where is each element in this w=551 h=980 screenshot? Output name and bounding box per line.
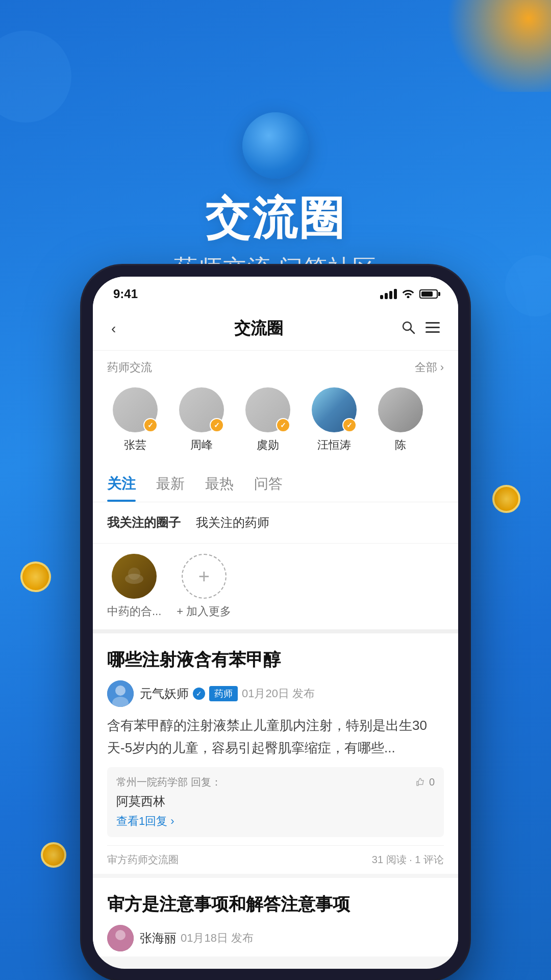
verified-icon-1: ✓	[193, 688, 205, 700]
sub-tabs: 我关注的圈子 我关注的药师	[93, 502, 458, 544]
author-avatar-1	[107, 680, 134, 707]
svg-point-0	[407, 296, 410, 298]
tab-qa[interactable]: 问答	[254, 463, 283, 502]
coin-3	[492, 485, 520, 513]
pharmacist-name: 陈	[395, 437, 406, 453]
post-date-1: 01月20日 发布	[242, 686, 315, 701]
post-author-2: 张海丽 01月18日 发布	[107, 925, 444, 951]
reply-content: 阿莫西林	[116, 793, 435, 810]
post-card-1: 哪些注射液含有苯甲醇 元气妖师 ✓ 药师 01月20日 发布	[93, 633, 458, 874]
post-source: 审方药师交流圈	[107, 853, 179, 867]
pharmacist-item[interactable]: 虞勋	[235, 387, 301, 453]
svg-rect-3	[425, 322, 440, 324]
post-title-2[interactable]: 审方是注意事项和解答注意事项	[107, 892, 444, 917]
coin-2	[41, 842, 66, 868]
pharmacist-item[interactable]: 张芸	[102, 387, 168, 453]
author-info-2: 张海丽 01月18日 发布	[140, 930, 254, 946]
svg-line-2	[410, 329, 414, 333]
tab-follow[interactable]: 关注	[107, 463, 136, 502]
post-card-2: 审方是注意事项和解答注意事项 张海丽 01月18日 发布	[93, 878, 458, 957]
phone-screen: 9:41	[93, 277, 458, 969]
author-info-1: 元气妖师 ✓ 药师 01月20日 发布	[140, 685, 315, 702]
svg-point-9	[115, 685, 126, 696]
hero-circle-decoration	[242, 112, 309, 179]
reply-box-1: 常州一院药学部 回复： 0 阿莫西林 查看1回复 ›	[107, 767, 444, 837]
section-label: 药师交流	[107, 360, 152, 375]
sub-tab-pharmacists[interactable]: 我关注的药师	[196, 510, 269, 535]
app-bar-title: 交流圈	[234, 317, 283, 340]
menu-button[interactable]	[425, 321, 440, 337]
post-stats: 31 阅读 · 1 评论	[372, 853, 444, 867]
tab-latest[interactable]: 最新	[156, 463, 185, 502]
author-name-1: 元气妖师	[140, 685, 189, 702]
pharmacist-item[interactable]: 汪恒涛	[301, 387, 367, 453]
tab-hot[interactable]: 最热	[205, 463, 234, 502]
pharmacist-list: 张芸 周峰 虞勋	[93, 380, 458, 463]
author-name-2: 张海丽	[140, 930, 177, 946]
circles-section: 中药的合... + + 加入更多	[93, 544, 458, 633]
wifi-icon	[402, 288, 414, 301]
svg-point-7	[128, 568, 140, 580]
circle-item-add[interactable]: + + 加入更多	[177, 554, 231, 619]
search-button[interactable]	[401, 320, 415, 338]
pharmacist-name: 张芸	[124, 437, 146, 453]
reply-link[interactable]: 查看1回复 ›	[116, 815, 174, 827]
post-content-1: 含有苯甲醇的注射液禁止儿童肌内注射，特别是出生30天-5岁内的儿童，容易引起臀肌…	[107, 714, 444, 759]
battery-icon	[419, 289, 438, 299]
svg-point-12	[115, 930, 126, 940]
pharmacist-name: 汪恒涛	[317, 437, 351, 453]
pharmacist-item[interactable]: 周峰	[168, 387, 235, 453]
status-time: 9:41	[113, 287, 138, 301]
author-avatar-2	[107, 925, 134, 951]
author-badge-1: 药师	[209, 686, 238, 701]
main-tabs: 关注 最新 最热 问答	[93, 463, 458, 502]
pharmacist-name: 虞勋	[257, 437, 279, 453]
reply-from: 常州一院药学部 回复：	[116, 775, 221, 789]
coin-1	[16, 557, 56, 597]
reply-like: 0	[416, 776, 435, 788]
section-all-link[interactable]: 全部 ›	[415, 360, 444, 375]
status-icons	[380, 288, 438, 301]
post-title-1[interactable]: 哪些注射液含有苯甲醇	[107, 648, 444, 672]
back-button[interactable]: ‹	[111, 321, 116, 337]
svg-rect-4	[425, 327, 440, 328]
reply-header: 常州一院药学部 回复： 0	[116, 775, 435, 789]
signal-icon	[380, 289, 397, 299]
pharmacist-section-header: 药师交流 全部 ›	[93, 351, 458, 380]
hero-title: 交流圈	[0, 194, 551, 243]
status-bar: 9:41	[93, 277, 458, 307]
pharmacist-item[interactable]: 陈	[367, 387, 434, 453]
circle-item-herb[interactable]: 中药的合...	[107, 554, 161, 619]
sub-tab-circles[interactable]: 我关注的圈子	[107, 510, 181, 535]
app-bar-actions	[401, 320, 440, 338]
svg-rect-5	[425, 331, 440, 333]
post-author-1: 元气妖师 ✓ 药师 01月20日 发布	[107, 680, 444, 707]
post-date-2: 01月18日 发布	[181, 930, 254, 946]
phone-frame: 9:41	[82, 265, 469, 980]
circle-add-label: + 加入更多	[177, 604, 231, 619]
app-bar: ‹ 交流圈	[93, 307, 458, 351]
post-footer-1: 审方药师交流圈 31 阅读 · 1 评论	[107, 845, 444, 874]
pharmacist-name: 周峰	[190, 437, 213, 453]
circle-label: 中药的合...	[107, 604, 161, 619]
hero-section: 交流圈 药师交流 问答社区	[0, 0, 551, 284]
phone-mockup: 9:41	[82, 265, 469, 980]
